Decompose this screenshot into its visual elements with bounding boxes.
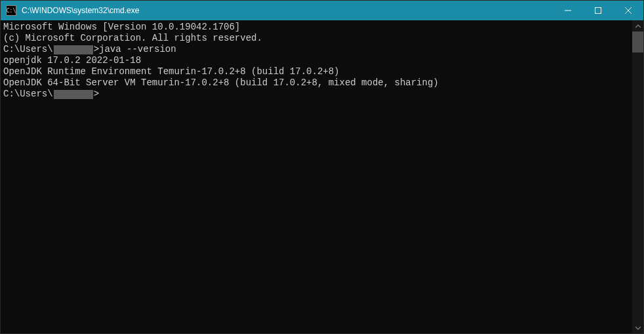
maximize-icon [595, 7, 601, 14]
terminal-output[interactable]: Microsoft Windows [Version 10.0.19042.17… [1, 20, 632, 333]
cmd-window: C:\ C:\WINDOWS\system32\cmd.exe Microsof… [0, 0, 644, 334]
maximize-button[interactable] [583, 1, 613, 20]
prompt-path: C:\Users\ [3, 89, 53, 99]
scroll-up-button[interactable] [632, 20, 643, 31]
vertical-scrollbar[interactable] [632, 20, 643, 333]
prompt-line: C:\Users\> [3, 89, 630, 100]
close-icon [625, 7, 632, 14]
output-line: OpenJDK Runtime Environment Temurin-17.0… [3, 66, 630, 77]
window-title: C:\WINDOWS\system32\cmd.exe [20, 6, 553, 15]
prompt-cursor: > [94, 89, 99, 99]
command-text: >java --version [94, 44, 176, 54]
window-controls [553, 1, 643, 20]
content-area: Microsoft Windows [Version 10.0.19042.17… [1, 20, 643, 333]
minimize-icon [565, 7, 571, 14]
titlebar[interactable]: C:\ C:\WINDOWS\system32\cmd.exe [1, 1, 643, 20]
redacted-username [54, 90, 93, 99]
chevron-up-icon [635, 24, 641, 29]
chevron-down-icon [635, 325, 641, 331]
scroll-down-button[interactable] [632, 322, 643, 333]
redacted-username [54, 45, 93, 54]
prompt-path: C:\Users\ [3, 44, 53, 54]
close-button[interactable] [613, 1, 643, 20]
output-line: openjdk 17.0.2 2022-01-18 [3, 55, 630, 66]
output-line: (c) Microsoft Corporation. All rights re… [3, 33, 630, 44]
cmd-icon: C:\ [6, 5, 16, 16]
svg-rect-1 [595, 8, 601, 14]
output-line: Microsoft Windows [Version 10.0.19042.17… [3, 22, 630, 33]
prompt-line: C:\Users\>java --version [3, 44, 630, 55]
output-line: OpenJDK 64-Bit Server VM Temurin-17.0.2+… [3, 77, 630, 89]
scroll-track[interactable] [632, 31, 643, 322]
minimize-button[interactable] [553, 1, 583, 20]
scroll-thumb[interactable] [632, 31, 643, 52]
